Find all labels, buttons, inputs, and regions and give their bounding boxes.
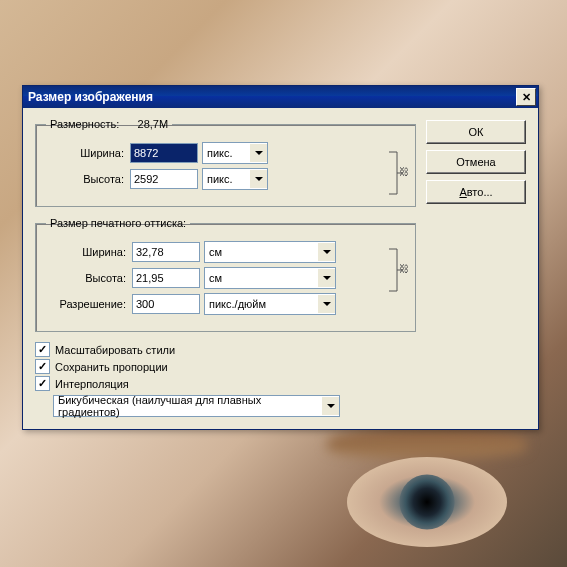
image-size-dialog: Размер изображения ✕ Размерность: 28,7M … [22, 85, 539, 430]
px-height-label: Высота: [46, 173, 126, 185]
px-width-input[interactable] [130, 143, 198, 163]
chevron-down-icon [318, 295, 335, 313]
dialog-title: Размер изображения [28, 90, 153, 104]
print-legend: Размер печатного оттиска: [46, 217, 190, 229]
doc-width-unit-text: см [205, 246, 318, 258]
px-height-unit-text: пикс. [203, 173, 250, 185]
constrain-link-icon: ⛓ [387, 243, 407, 297]
px-width-unit-dropdown[interactable]: пикс. [202, 142, 268, 164]
chevron-down-icon [318, 243, 335, 261]
chevron-down-icon [318, 269, 335, 287]
ok-button[interactable]: ОК [426, 120, 526, 144]
auto-button[interactable]: Авто... [426, 180, 526, 204]
doc-height-unit-dropdown[interactable]: см [204, 267, 336, 289]
chevron-down-icon [250, 144, 267, 162]
close-icon: ✕ [522, 91, 531, 104]
close-button[interactable]: ✕ [516, 88, 536, 106]
doc-height-label: Высота: [46, 272, 128, 284]
scale-styles-checkbox[interactable] [35, 342, 50, 357]
resample-checkbox[interactable] [35, 376, 50, 391]
px-width-unit-text: пикс. [203, 147, 250, 159]
constrain-link-icon: ⛓ [387, 146, 407, 200]
chevron-down-icon [322, 397, 339, 415]
resolution-input[interactable] [132, 294, 200, 314]
resolution-label: Разрешение: [46, 298, 128, 310]
cancel-button[interactable]: Отмена [426, 150, 526, 174]
px-width-label: Ширина: [46, 147, 126, 159]
constrain-proportions-checkbox[interactable] [35, 359, 50, 374]
interpolation-dropdown[interactable]: Бикубическая (наилучшая для плавных град… [53, 395, 340, 417]
pixel-dimensions-group: Размерность: 28,7M Ширина: пикс. Высота: [35, 118, 416, 207]
resolution-unit-dropdown[interactable]: пикс./дюйм [204, 293, 336, 315]
doc-width-input[interactable] [132, 242, 200, 262]
px-height-unit-dropdown[interactable]: пикс. [202, 168, 268, 190]
px-height-input[interactable] [130, 169, 198, 189]
titlebar[interactable]: Размер изображения ✕ [23, 86, 538, 108]
doc-height-input[interactable] [132, 268, 200, 288]
doc-width-unit-dropdown[interactable]: см [204, 241, 336, 263]
scale-styles-label: Масштабировать стили [55, 344, 175, 356]
interpolation-text: Бикубическая (наилучшая для плавных град… [54, 394, 322, 418]
resolution-unit-text: пикс./дюйм [205, 298, 318, 310]
document-size-group: Размер печатного оттиска: Ширина: см Выс… [35, 217, 416, 332]
file-size-label: 28,7M [138, 118, 169, 130]
constrain-proportions-label: Сохранить пропорции [55, 361, 168, 373]
chevron-down-icon [250, 170, 267, 188]
resample-label: Интерполяция [55, 378, 129, 390]
doc-height-unit-text: см [205, 272, 318, 284]
doc-width-label: Ширина: [46, 246, 128, 258]
dimensions-legend: Размерность: [50, 118, 119, 130]
